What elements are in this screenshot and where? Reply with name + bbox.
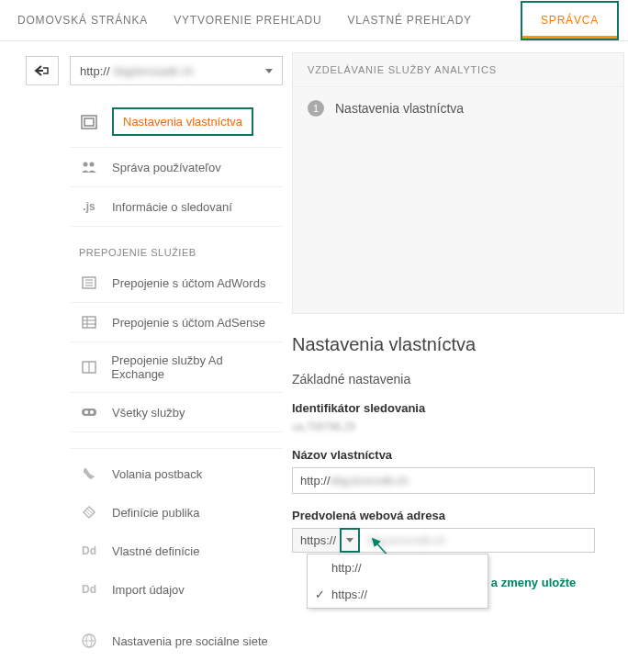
sidebar-item-property-settings[interactable]: Nastavenia vlastníctva (70, 96, 283, 148)
svg-point-15 (84, 410, 88, 414)
property-select-text: http:// bbgdorooadb ch (80, 64, 193, 78)
settings-frame-icon (79, 114, 99, 130)
sidebar-section-linking: PREPOJENIE SLUŽIEB (70, 227, 283, 263)
nav-home[interactable]: DOMOVSKÁ STRÁNKA (5, 1, 161, 39)
users-icon (79, 159, 99, 175)
content-panel: VZDELÁVANIE SLUŽBY ANALYTICS 1 Nastaveni… (292, 52, 628, 660)
property-name-label: Názov vlastníctva (292, 448, 624, 462)
tracking-id-label: Identifikátor sledovania (292, 401, 624, 415)
svg-point-2 (84, 162, 88, 167)
default-url-row: https:// bbg.bcncndb.ch http:// https://… (292, 528, 595, 553)
url-scheme-select-button[interactable] (340, 528, 360, 553)
sidebar-label-custom-def: Vlastné definície (112, 544, 199, 558)
svg-point-3 (90, 162, 95, 167)
sidebar-label-all-products: Všetky služby (112, 406, 185, 420)
phone-icon (79, 465, 99, 482)
sidebar-item-social[interactable]: Nastavenia pre sociálne siete (70, 622, 283, 660)
doc-split-icon (79, 359, 98, 375)
property-select[interactable]: http:// bbgdorooadb ch (70, 56, 283, 85)
sidebar-label-social: Nastavenia pre sociálne siete (112, 634, 268, 648)
sidebar-label-adwords: Prepojenie s účtom AdWords (112, 276, 265, 290)
url-scheme-select-text: https:// (292, 528, 340, 553)
default-url-label: Predvolená webová adresa (292, 509, 624, 522)
dd-icon: Dd (79, 543, 99, 559)
sidebar-label-adexchange: Prepojenie služby Ad Exchange (111, 353, 274, 381)
property-name-input[interactable]: http:// bbg.bcncndb.ch (292, 467, 595, 494)
sidebar-label-audience-def: Definície publika (112, 506, 199, 520)
dd-icon-2: Dd (79, 581, 99, 598)
property-name-prefix: http:// (300, 474, 331, 487)
js-icon: .js (79, 198, 99, 215)
link-icon (79, 404, 99, 420)
target-icon (79, 504, 99, 521)
url-scheme-dropdown: http:// https:// (307, 554, 488, 609)
panel-title: Nastavenia vlastníctva (292, 334, 624, 355)
sidebar-item-user-management[interactable]: Správa používateľov (70, 148, 283, 187)
sidebar-item-custom-def[interactable]: Dd Vlastné definície (70, 532, 283, 570)
property-select-blur: bbgdorooadb ch (113, 64, 193, 78)
sidebar-item-adexchange[interactable]: Prepojenie služby Ad Exchange (70, 342, 283, 393)
nav-admin-highlight: SPRÁVCA (521, 1, 619, 40)
back-button[interactable] (26, 56, 59, 85)
top-nav: DOMOVSKÁ STRÁNKA VYTVORENIE PREHĽADU VLA… (0, 0, 628, 41)
sidebar: http:// bbgdorooadb ch Nastavenia vlastn… (64, 52, 283, 660)
sidebar-label-postbacks: Volania postback (112, 467, 202, 481)
property-select-prefix: http:// (80, 64, 110, 78)
panel-subtitle: Základné nastavenia (292, 372, 624, 386)
nav-admin[interactable]: SPRÁVCA (522, 3, 617, 38)
property-name-blur: bbg.bcncndb.ch (331, 474, 409, 487)
nav-admin-underline (522, 36, 617, 39)
nav-custom[interactable]: VLASTNÉ PREHĽADY (334, 1, 485, 39)
breadcrumb-step-number: 1 (308, 100, 324, 117)
breadcrumb-step-1[interactable]: 1 Nastavenia vlastníctva (293, 87, 623, 129)
doc-columns-icon (79, 314, 99, 330)
sidebar-item-tracking-info[interactable]: .js Informácie o sledovaní (70, 187, 283, 227)
sidebar-divider (70, 432, 283, 449)
breadcrumb-box: VZDELÁVANIE SLUŽBY ANALYTICS 1 Nastaveni… (292, 52, 624, 314)
globe-icon (79, 633, 99, 649)
svg-point-16 (90, 410, 94, 414)
caret-down-icon (265, 69, 273, 73)
sidebar-label-property-settings: Nastavenia vlastníctva (112, 107, 253, 136)
sidebar-label-user-management: Správa používateľov (112, 161, 221, 174)
svg-rect-8 (83, 317, 95, 328)
dropdown-option-https[interactable]: https:// (308, 581, 488, 608)
breadcrumb-head: VZDELÁVANIE SLUŽBY ANALYTICS (293, 53, 623, 87)
sidebar-item-data-import[interactable]: Dd Import údajov (70, 570, 283, 609)
sidebar-label-adsense: Prepojenie s účtom AdSense (112, 316, 265, 330)
sidebar-item-all-products[interactable]: Všetky služby (70, 393, 283, 432)
sidebar-label-tracking-info: Informácie o sledovaní (112, 200, 232, 214)
sidebar-label-data-import: Import údajov (112, 583, 185, 597)
tracking-id-value: ua.709796.29 (292, 420, 624, 433)
svg-rect-1 (84, 118, 94, 126)
caret-down-icon (346, 538, 353, 543)
sidebar-item-postbacks[interactable]: Volania postback (70, 454, 283, 493)
svg-rect-14 (82, 409, 96, 416)
doc-lines-icon (79, 274, 99, 291)
sidebar-item-audience-def[interactable]: Definície publika (70, 493, 283, 532)
breadcrumb-step-label: Nastavenia vlastníctva (335, 101, 464, 116)
sidebar-item-adwords[interactable]: Prepojenie s účtom AdWords (70, 263, 283, 303)
dropdown-option-http[interactable]: http:// (308, 554, 488, 581)
nav-reporting[interactable]: VYTVORENIE PREHĽADU (161, 1, 334, 39)
sidebar-item-adsense[interactable]: Prepojenie s účtom AdSense (70, 303, 283, 342)
